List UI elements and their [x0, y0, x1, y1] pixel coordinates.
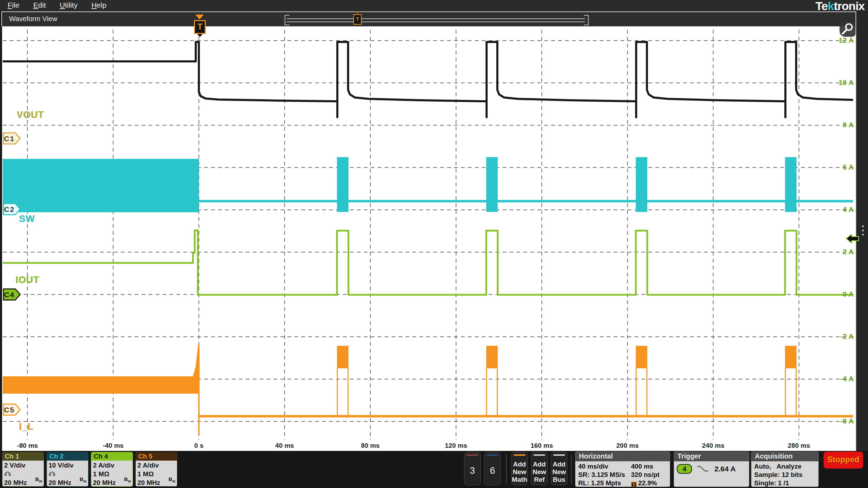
- channel-badge-header: Ch 4: [91, 452, 133, 461]
- horizontal-value: T22.9%: [631, 479, 657, 487]
- left-arrow-icon: [845, 233, 859, 244]
- trigger-flag-label: T: [194, 20, 206, 34]
- y-tick-label: 4 A: [823, 205, 854, 214]
- add-new-math-button[interactable]: AddNewMath: [511, 452, 528, 485]
- separator: [506, 454, 507, 483]
- tektronix-logo: Tektronix: [815, 0, 865, 13]
- channel-scale: 2 A/div: [137, 461, 175, 470]
- trigger-panel[interactable]: Trigger 4 2.64 A: [674, 452, 749, 487]
- channel-badge-header: Ch 2: [47, 452, 88, 461]
- horizontal-value: 320 ns/pt: [631, 471, 659, 479]
- channel-flag-c5[interactable]: C5: [3, 404, 20, 415]
- button-color-line: [514, 454, 525, 456]
- horizontal-value: SR: 3.125 MS/s: [578, 471, 631, 479]
- horizontal-row: RL: 1.25 MptsT22.9%: [578, 479, 667, 487]
- y-tick-label: 8 A: [823, 121, 854, 129]
- channel-badge-body: 2 V/div20 MHzBw: [2, 461, 44, 487]
- menu-help[interactable]: Help: [91, 1, 106, 9]
- y-tick-label: -6 A: [823, 417, 854, 425]
- waveform-canvas: C1C2C4C5: [2, 26, 856, 451]
- trigger-level-value: 2.64 A: [715, 465, 736, 473]
- channel-flag-c4[interactable]: C4: [3, 289, 20, 300]
- zoom-tool-button[interactable]: [840, 22, 856, 37]
- channel-badge-body: 10 V/div20 MHzBw: [47, 461, 88, 487]
- trigger-source-badge[interactable]: 4: [677, 464, 692, 474]
- channel-flag-c1[interactable]: C1: [3, 133, 20, 144]
- falling-edge-icon: [697, 465, 709, 473]
- bottom-settings-bar: Ch 12 V/div20 MHzBwCh 210 V/div20 MHzBwC…: [0, 451, 868, 488]
- right-side-strip: [856, 11, 868, 451]
- y-tick-label: -2 A: [823, 332, 854, 341]
- waveform-graticule[interactable]: C1C2C4C5 12 A10 A8 A6 A4 A2 A0 A-2 A-4 A…: [2, 26, 856, 451]
- menu-edit[interactable]: Edit: [33, 1, 46, 9]
- trigger-flag-tip: [197, 34, 203, 40]
- magnifier-icon: [840, 22, 856, 37]
- trigger-position-mini-icon: T: [631, 482, 637, 487]
- button-label: AddNewBus: [551, 461, 567, 483]
- horizontal-panel-rows: 40 ms/div400 msSR: 3.125 MS/s320 ns/ptRL…: [575, 461, 670, 487]
- trigger-level-arrow[interactable]: [845, 233, 859, 245]
- waveform-count-button-6[interactable]: 6: [484, 452, 501, 485]
- button-label: AddNewMath: [512, 461, 528, 483]
- channel-badge-ch5[interactable]: Ch 52 A/div1 MΩ20 MHzBw: [135, 452, 177, 487]
- button-count-label: 3: [464, 465, 480, 476]
- svg-text:C1: C1: [4, 135, 15, 143]
- waveform-view-header: Waveform View T: [1, 11, 856, 26]
- add-new-ref-button[interactable]: AddNewRef: [531, 452, 548, 485]
- channel-badge-ch2[interactable]: Ch 210 V/div20 MHzBw: [47, 452, 89, 487]
- overview-trigger-flag-icon[interactable]: T: [353, 14, 362, 25]
- menu-bar: FileEditUtilityHelp Tektronix: [0, 0, 868, 11]
- run-stop-status-button[interactable]: Stopped: [824, 452, 863, 469]
- drag-handle-dot[interactable]: [862, 230, 864, 231]
- y-tick-label: 12 A: [823, 36, 854, 44]
- x-tick-label: 120 ms: [432, 442, 480, 450]
- channel-badge-body: 2 A/div1 MΩ20 MHzBw: [136, 461, 177, 487]
- channel-badge-header: Ch 5: [136, 452, 177, 461]
- bandwidth-limit-badge: Bw: [35, 475, 42, 486]
- x-tick-label: -80 ms: [3, 442, 52, 450]
- channel-scale: 10 V/div: [49, 461, 86, 470]
- acquisition-mode: Auto, Analyze: [754, 462, 816, 471]
- y-tick-label: 2 A: [823, 248, 854, 256]
- channel-badge-ch4[interactable]: Ch 42 A/div1 MΩ20 MHzBw: [91, 452, 133, 487]
- waveform-label-i_l: I_L: [19, 421, 34, 432]
- channel-badges: Ch 12 V/div20 MHzBwCh 210 V/div20 MHzBwC…: [2, 452, 180, 487]
- horizontal-value: 40 ms/div: [578, 462, 631, 471]
- channel-scale: 2 V/div: [4, 461, 42, 470]
- x-tick-label: 80 ms: [346, 442, 395, 450]
- svg-text:C4: C4: [4, 291, 15, 299]
- waveform-count-button-3[interactable]: 3: [464, 452, 481, 485]
- menu-utility[interactable]: Utility: [60, 1, 77, 9]
- button-color-line: [553, 454, 565, 456]
- waveform-traces: [3, 42, 853, 434]
- x-tick-label: 40 ms: [260, 442, 309, 450]
- add-new-bus-button[interactable]: AddNewBus: [551, 452, 567, 485]
- horizontal-row: 40 ms/div400 ms: [578, 462, 667, 471]
- trigger-position-flag[interactable]: T: [192, 15, 207, 37]
- svg-text:C5: C5: [4, 406, 15, 414]
- menu-file[interactable]: File: [8, 1, 19, 9]
- y-tick-label: -4 A: [823, 375, 854, 383]
- button-color-line: [466, 454, 478, 456]
- x-tick-label: 200 ms: [603, 442, 652, 450]
- view-title: Waveform View: [9, 15, 57, 23]
- channel-badge-ch1[interactable]: Ch 12 V/div20 MHzBw: [2, 452, 44, 487]
- channel-badge-body: 2 A/div1 MΩ20 MHzBw: [91, 461, 133, 487]
- horizontal-panel-title: Horizontal: [575, 452, 670, 461]
- acquisition-panel[interactable]: Acquisition Auto, Analyze Sample: 12 bit…: [751, 452, 818, 487]
- horizontal-row: SR: 3.125 MS/s320 ns/pt: [578, 471, 667, 479]
- x-tick-label: 240 ms: [689, 442, 738, 450]
- overview-bracket-left[interactable]: [285, 15, 289, 25]
- y-tick-label: 0 A: [823, 290, 854, 298]
- drag-handle-dot[interactable]: [862, 225, 864, 227]
- acquisition-panel-title: Acquisition: [751, 452, 818, 461]
- overview-bracket-right[interactable]: [584, 15, 589, 25]
- acquisition-sample: Sample: 12 bits: [754, 471, 816, 479]
- drag-handle-dot[interactable]: [862, 234, 864, 236]
- record-overview-line: [287, 18, 585, 22]
- bandwidth-limit-badge: Bw: [124, 475, 131, 486]
- x-tick-label: 160 ms: [517, 442, 566, 450]
- acquisition-single: Single: 1 /1: [754, 479, 816, 487]
- horizontal-panel[interactable]: Horizontal 40 ms/div400 msSR: 3.125 MS/s…: [575, 452, 670, 487]
- bandwidth-limit-badge: Bw: [169, 475, 175, 486]
